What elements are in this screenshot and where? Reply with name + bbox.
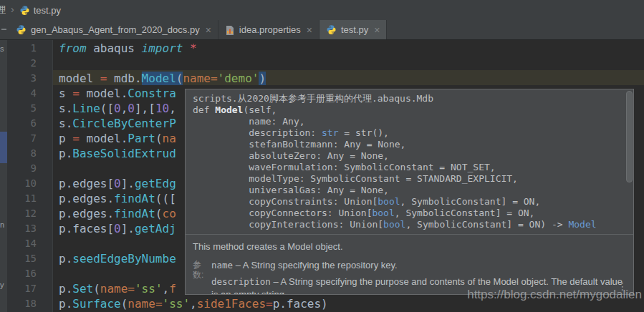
editor-gutter[interactable]: 123456789101112131415161718 — [7, 40, 53, 312]
tab-label: idea.properties — [239, 24, 301, 35]
doc-params-label: 参 数: — [193, 260, 207, 280]
doc-description: This method creates a Model object. 参 数:… — [186, 235, 633, 295]
param-description-name: name – A String specifying the repositor… — [211, 259, 623, 272]
signature-line: description: str = str(), — [193, 127, 626, 139]
signature-line: name: Any, — [193, 116, 626, 127]
code-line-5[interactable]: s.Line([0,0],[10, — [59, 101, 176, 116]
line-number[interactable]: 8 — [11, 146, 37, 161]
line-number[interactable]: 1 — [11, 41, 37, 56]
tab-gen-abaqus-agent-from-2020-docs-py[interactable]: gen_Abaqus_Agent_from_2020_docs.py× — [9, 20, 218, 39]
signature-line: stefanBoltzmann: Any = None, — [193, 139, 626, 150]
signature-line: copyConstraints: Union[bool, SymbolicCon… — [193, 196, 626, 208]
line-number[interactable]: 10 — [11, 176, 37, 191]
signature-line: scripts.从2020脚本参考手册重构的代理.abaqus.Mdb — [193, 93, 626, 104]
signature-line: copyInteractions: Union[bool, SymbolicCo… — [193, 219, 626, 230]
project-panel-selection — [0, 132, 7, 163]
line-number[interactable]: 16 — [11, 266, 37, 281]
code-line-15[interactable]: p.seedEdgeByNumbe — [59, 251, 176, 266]
project-panel-edge[interactable]: usonpy — [0, 40, 7, 312]
signature-line: absoluteZero: Any = None, — [193, 150, 626, 162]
project-item-fragment[interactable]: py — [0, 281, 4, 289]
line-number[interactable]: 6 — [11, 116, 37, 131]
tab-idea-properties[interactable]: idea.properties× — [218, 20, 319, 39]
signature-line: modelType: SymbolicConstant = STANDARD_E… — [193, 173, 626, 185]
code-line-17[interactable]: p.Set(name='ss',f — [59, 281, 176, 296]
code-line-4[interactable]: s = model.Constra — [59, 86, 176, 101]
code-line-10[interactable]: p.edges[0].getEdg — [59, 176, 176, 191]
breadcrumb-current-file[interactable]: test.py — [34, 5, 61, 16]
param-name: description — [211, 276, 271, 287]
line-number[interactable]: 12 — [11, 206, 37, 221]
quick-doc-popup[interactable]: scripts.从2020脚本参考手册重构的代理.abaqus.Mdbdef M… — [185, 89, 634, 295]
code-line-3[interactable]: model = mdb.Model(name='demo') — [59, 71, 266, 86]
code-line-6[interactable]: s.CircleByCenterP — [59, 116, 176, 131]
signature-line: def Model(self, — [193, 104, 626, 116]
doc-signature: scripts.从2020脚本参考手册重构的代理.abaqus.Mdbdef M… — [186, 89, 633, 232]
tab-label: gen_Abaqus_Agent_from_2020_docs.py — [31, 24, 200, 35]
chevron-right-icon: › — [11, 4, 14, 15]
signature-line: copyConnectors: Union[bool, SymbolicCons… — [193, 208, 626, 219]
close-icon[interactable]: × — [374, 24, 380, 36]
breadcrumb-bar: 理 › test.py — [0, 0, 644, 20]
line-number[interactable]: 9 — [11, 161, 37, 176]
python-icon — [326, 24, 337, 35]
tab-label: test.py — [341, 24, 368, 35]
code-line-8[interactable]: p.BaseSolidExtrud — [59, 146, 176, 161]
signature-line: universalGas: Any = None, — [193, 185, 626, 196]
line-number[interactable]: 3 — [11, 71, 37, 86]
properties-icon — [225, 25, 235, 35]
code-line-11[interactable]: p.edges.findAt(([ — [59, 191, 176, 206]
line-number[interactable]: 5 — [11, 101, 37, 116]
line-number[interactable]: 4 — [11, 86, 37, 101]
close-icon[interactable]: × — [307, 24, 312, 36]
breadcrumb-parent-fragment[interactable]: 理 — [0, 4, 8, 16]
code-line-1[interactable]: from abaqus import * — [59, 41, 197, 56]
python-icon — [19, 5, 30, 16]
signature-line: waveFormulation: SymbolicConstant = NOT_… — [193, 162, 626, 173]
tab-test-py[interactable]: test.py× — [319, 20, 387, 39]
code-line-12[interactable]: p.edges.findAt(co — [59, 206, 176, 221]
line-number[interactable]: 7 — [11, 131, 37, 146]
line-number[interactable]: 18 — [11, 296, 37, 311]
project-item-fragment[interactable]: on — [0, 220, 4, 229]
python-icon — [16, 24, 27, 35]
param-name: name — [211, 260, 233, 270]
line-number[interactable]: 15 — [11, 251, 37, 266]
watermark-url: https://blog.csdn.net/mygodalien — [467, 288, 642, 302]
code-line-7[interactable]: p = model.Part(na — [59, 131, 176, 146]
code-line-18[interactable]: p.Surface(name='ss',side1Faces=p.faces) — [59, 296, 328, 311]
project-item-fragment[interactable]: us — [0, 44, 4, 53]
line-number[interactable]: 17 — [11, 281, 37, 296]
close-icon[interactable]: × — [206, 24, 211, 36]
doc-intro-text: This method creates a Model object. — [193, 240, 623, 253]
popup-scrollbar-thumb[interactable] — [626, 91, 633, 182]
code-line-13[interactable]: p.faces[0].getAdj — [59, 221, 176, 236]
line-number[interactable]: 14 — [11, 236, 37, 251]
line-number[interactable]: 13 — [11, 221, 37, 236]
tab-overflow-dash-icon — [1, 29, 6, 30]
tab-bar: gen_Abaqus_Agent_from_2020_docs.py×idea.… — [0, 20, 644, 40]
line-number[interactable]: 2 — [11, 56, 37, 71]
line-number[interactable]: 11 — [11, 191, 37, 206]
